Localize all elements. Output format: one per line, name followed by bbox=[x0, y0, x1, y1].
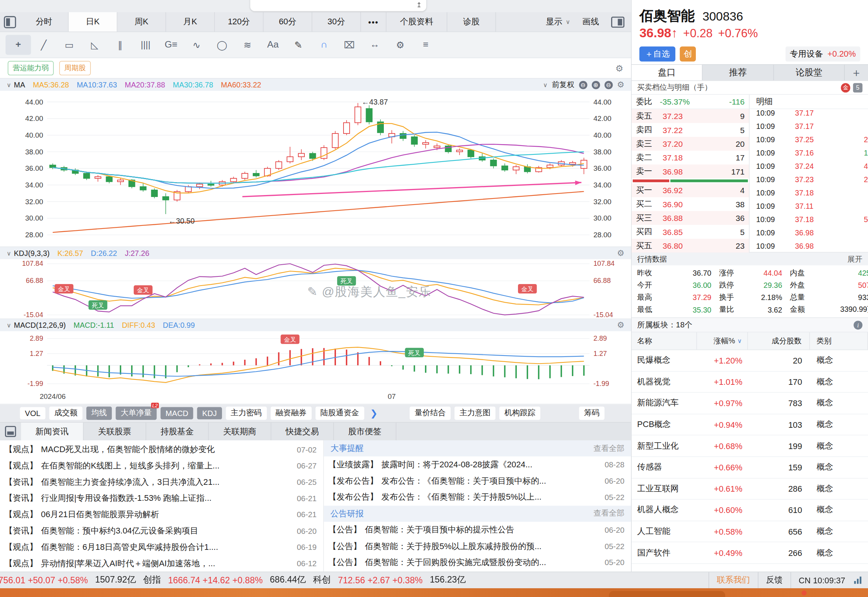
split-tool[interactable]: ↔ bbox=[362, 35, 388, 55]
indicator-tab-成交额[interactable]: 成交额 bbox=[49, 406, 82, 420]
ask-row[interactable]: 卖四37.225 bbox=[632, 123, 749, 137]
macd-chart[interactable]: 2.892.891.271.27-1.99-1.99金叉死叉 bbox=[0, 331, 631, 391]
macd-settings-icon[interactable]: ⚙ bbox=[617, 320, 624, 330]
fan-lines-tool[interactable]: ◺ bbox=[82, 35, 108, 55]
industry-tag[interactable]: 专用设备 +0.20% bbox=[786, 46, 860, 61]
news-tab-持股基金[interactable]: 持股基金 bbox=[146, 422, 209, 440]
view-all-link[interactable]: 查看全部 bbox=[594, 509, 625, 519]
zoom-out-icon[interactable]: ⊖ bbox=[579, 81, 587, 89]
search-box[interactable]: ↥ bbox=[250, 0, 426, 11]
period-tab-•••[interactable]: ••• bbox=[361, 12, 386, 32]
bid-row[interactable]: 买二36.9038 bbox=[632, 197, 749, 211]
tags-settings-icon[interactable]: ⚙ bbox=[615, 63, 623, 73]
kdj-chart[interactable]: 107.84107.8466.8866.88-15.04-15.04金叉死叉金叉… bbox=[0, 259, 631, 319]
indicator-tab-陆股通资金[interactable]: 陆股通资金 bbox=[315, 406, 364, 420]
period-tab-日K[interactable]: 日K bbox=[69, 12, 117, 32]
trash-tool[interactable]: ⌧ bbox=[337, 35, 362, 55]
announcement-item[interactable]: 【公告】佰奥智能：关于项目预中标的提示性公告06-20 bbox=[324, 522, 631, 538]
main-kline-chart[interactable]: 44.0044.0042.0042.0040.0040.0038.0038.00… bbox=[0, 91, 631, 246]
rect-tool[interactable]: ▭ bbox=[57, 35, 82, 55]
sector-row[interactable]: 工业互联网+0.61%286概念 bbox=[632, 478, 868, 500]
announcement-item[interactable]: 【发布公告】发布公告：《佰奥智能：关于项目预中标的...06-20 bbox=[324, 473, 631, 489]
news-tab-关联股票[interactable]: 关联股票 bbox=[84, 422, 146, 440]
news-tab-新闻资讯[interactable]: 新闻资讯 bbox=[21, 422, 84, 440]
zoom-in-icon[interactable]: ⊕ bbox=[591, 81, 600, 89]
col-category[interactable]: 类别 bbox=[810, 332, 868, 349]
vertical-lines-tool[interactable]: |||| bbox=[133, 35, 158, 55]
feedback-link[interactable]: 反馈 bbox=[758, 572, 790, 588]
crosshair-tool[interactable]: + bbox=[6, 35, 31, 55]
magnet-tool[interactable]: ∩ bbox=[311, 35, 337, 55]
indicator-tab-主力密码[interactable]: 主力密码 bbox=[226, 406, 267, 420]
indicator-tab-MACD[interactable]: MACD bbox=[160, 407, 193, 419]
news-tab-关联期商[interactable]: 关联期商 bbox=[209, 422, 271, 440]
indicator-tab-VOL[interactable]: VOL bbox=[20, 407, 45, 419]
adjust-mode-select[interactable]: 前复权 bbox=[552, 80, 574, 90]
sector-row[interactable]: 人工智能+0.58%656概念 bbox=[632, 521, 868, 542]
stock-tag[interactable]: 营运能力弱 bbox=[8, 61, 54, 75]
ask-row[interactable]: 卖三37.2020 bbox=[632, 137, 749, 151]
bid-row[interactable]: 买四36.855 bbox=[632, 225, 749, 238]
kdj-collapse-toggle[interactable]: ∨ KDJ(9,3,3) bbox=[6, 249, 49, 257]
sector-row[interactable]: 机器视觉+1.01%170概念 bbox=[632, 372, 868, 393]
ask-row[interactable]: 卖二37.1817 bbox=[632, 151, 749, 164]
macd-collapse-toggle[interactable]: ∨ MACD(12,26,9) bbox=[6, 321, 66, 329]
period-tab-分时[interactable]: 分时 bbox=[20, 12, 68, 32]
add-watchlist-button[interactable]: ＋自选 bbox=[639, 46, 675, 61]
announcement-item[interactable]: 【公告】佰奥智能：关于回购股份实施完成暨股份变动的...05-20 bbox=[324, 554, 631, 571]
more-indicators-icon[interactable]: ❯ bbox=[368, 408, 380, 419]
ask-row[interactable]: 卖五37.239 bbox=[632, 109, 749, 123]
ma-settings-icon[interactable]: ⚙ bbox=[617, 80, 624, 90]
indicator-tab-筹码[interactable]: 筹码 bbox=[579, 406, 605, 420]
sector-row[interactable]: 民爆概念+1.20%20概念 bbox=[632, 350, 868, 372]
indicator-tab-KDJ[interactable]: KDJ bbox=[197, 407, 222, 419]
layers-tool[interactable]: ≡ bbox=[413, 35, 439, 55]
announcement-item[interactable]: 【公告】佰奥智能：关于持股5%以上股东减持股份的预...05-22 bbox=[324, 538, 631, 554]
news-item[interactable]: 【观点】佰奥智能：6月18日高管史凤华减持股份合计1....06-19 bbox=[0, 539, 323, 556]
indicator-tab-大单净量[interactable]: 大单净量L2 bbox=[116, 406, 157, 420]
news-tab-快捷交易[interactable]: 快捷交易 bbox=[271, 422, 334, 440]
period-tab-60分[interactable]: 60分 bbox=[263, 12, 312, 32]
sector-row[interactable]: 传感器+0.66%159概念 bbox=[632, 457, 868, 478]
indicator-tab-均线[interactable]: 均线 bbox=[86, 406, 112, 420]
ellipse-tool[interactable]: ◯ bbox=[209, 35, 235, 55]
sector-row[interactable]: 新能源汽车+0.97%783概念 bbox=[632, 393, 868, 414]
wave-tool[interactable]: ∿ bbox=[184, 35, 209, 55]
sector-row[interactable]: PCB概念+0.94%103概念 bbox=[632, 414, 868, 435]
collapse-pane-icon[interactable]: ⊖ bbox=[604, 81, 613, 89]
stock-tag[interactable]: 周期股 bbox=[59, 61, 91, 75]
add-tab-icon[interactable]: ＋ bbox=[845, 65, 868, 80]
right-panel-toggle-icon[interactable] bbox=[611, 16, 624, 27]
five-level-icon[interactable]: 5 bbox=[853, 83, 863, 92]
period-tab-诊股[interactable]: 诊股 bbox=[447, 12, 496, 32]
display-menu[interactable]: 显示∨ bbox=[546, 17, 570, 27]
announcement-item[interactable]: 【业绩披露】披露时间：将于2024-08-28披露《2024...08-28 bbox=[324, 457, 631, 473]
indicator-tab-量价结合[interactable]: 量价结合 bbox=[410, 406, 451, 420]
view-all-link[interactable]: 查看全部 bbox=[594, 443, 625, 453]
indicator-tab-主力意图[interactable]: 主力意图 bbox=[455, 406, 496, 420]
channel-tool[interactable]: ∥ bbox=[108, 35, 133, 55]
trendline-tool[interactable]: ╱ bbox=[31, 35, 57, 55]
col-name[interactable]: 名称 bbox=[632, 332, 697, 349]
indicator-tab-机构跟踪[interactable]: 机构跟踪 bbox=[499, 406, 540, 420]
indicator-tab-融资融券[interactable]: 融资融券 bbox=[271, 406, 312, 420]
news-item[interactable]: 【观点】06月21日佰奥智能股票异动解析06-21 bbox=[0, 506, 323, 523]
expand-button[interactable]: 展开 bbox=[847, 254, 862, 264]
gann-tool[interactable]: G≡ bbox=[158, 35, 184, 55]
period-tab-个股资料[interactable]: 个股资料 bbox=[386, 12, 447, 32]
level2-gold-icon[interactable]: 金 bbox=[841, 83, 851, 92]
text-tool[interactable]: Aa bbox=[260, 35, 286, 55]
news-item[interactable]: 【资讯】佰奥智能主力资金持续净流入，3日共净流入21...06-25 bbox=[0, 474, 323, 491]
announcement-item[interactable]: 【发布公告】发布公告：《佰奥智能：关于持股5%以上...05-22 bbox=[324, 489, 631, 505]
bid-row[interactable]: 买一36.924 bbox=[632, 183, 749, 197]
bid-row[interactable]: 买五36.8023 bbox=[632, 239, 749, 252]
hatch-tool[interactable]: ≋ bbox=[235, 35, 260, 55]
news-item[interactable]: 【资讯】佰奥智能：预中标约3.04亿元设备采购项目06-20 bbox=[0, 523, 323, 539]
panel-tab-论股堂[interactable]: 论股堂 bbox=[774, 65, 845, 80]
pencil-tool[interactable]: ✎ bbox=[286, 35, 311, 55]
period-tab-月K[interactable]: 月K bbox=[166, 12, 215, 32]
sector-row[interactable]: 机器人概念+0.60%610概念 bbox=[632, 500, 868, 521]
sector-row[interactable]: 新型工业化+0.68%199概念 bbox=[632, 435, 868, 457]
info-icon[interactable]: i bbox=[854, 321, 862, 329]
col-count[interactable]: 成分股数 bbox=[748, 332, 810, 349]
